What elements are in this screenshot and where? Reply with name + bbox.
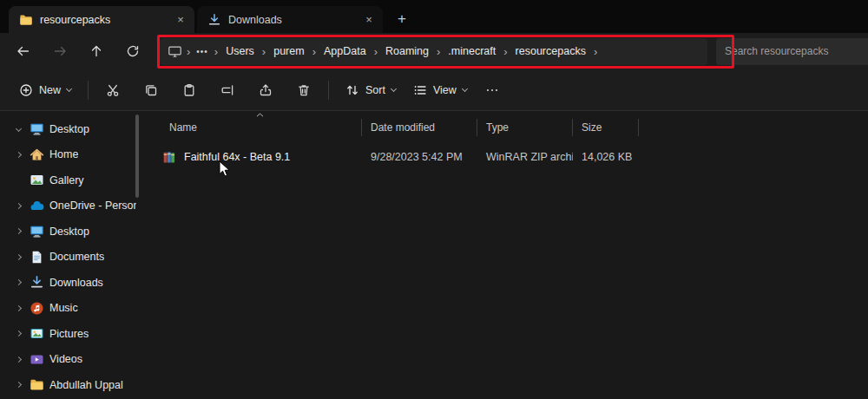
new-button-label: New	[39, 84, 61, 96]
delete-button[interactable]	[287, 75, 320, 105]
sidebar-item-music[interactable]: Music	[3, 296, 136, 322]
main-panel: NameDate modifiedTypeSize Faithful 64x -…	[141, 111, 868, 399]
monitor-icon	[30, 224, 44, 239]
file-explorer-window: { "tabs": [ { "label": "resourcepacks", …	[0, 0, 868, 399]
cloud-icon	[30, 199, 44, 213]
sidebar-item-abdullah-uppal[interactable]: Abdullah Uppal	[3, 372, 136, 398]
sort-button-label: Sort	[365, 84, 385, 96]
share-button[interactable]	[249, 75, 282, 105]
breadcrumb-item-minecraft[interactable]: .minecraft	[441, 43, 503, 60]
sidebar-item-pictures[interactable]: Pictures	[3, 321, 136, 347]
sidebar-item-label: Music	[49, 302, 78, 314]
view-icon	[413, 83, 427, 97]
up-button[interactable]	[78, 37, 115, 65]
cut-button[interactable]	[96, 75, 129, 105]
breadcrumb-item-resourcepacks[interactable]: resourcepacks	[509, 43, 593, 60]
search-input[interactable]	[716, 38, 868, 65]
chevron-right-icon[interactable]	[12, 306, 24, 311]
file-size: 14,026 KB	[573, 151, 639, 163]
back-button[interactable]	[5, 37, 42, 65]
refresh-button[interactable]	[115, 37, 151, 65]
sidebar-item-label: Videos	[49, 353, 82, 365]
computer-icon	[163, 44, 186, 59]
chevron-down-icon	[66, 85, 72, 91]
sidebar-item-onedrive-personal[interactable]: OneDrive - Personal	[3, 193, 136, 219]
sidebar-item-home[interactable]: Home	[3, 142, 136, 168]
file-name: Faithful 64x - Beta 9.1	[184, 151, 290, 163]
file-type: WinRAR ZIP archive	[477, 151, 573, 163]
zip-file-icon	[162, 150, 177, 165]
column-header-size[interactable]: Size	[573, 119, 639, 136]
sidebar-item-label: Pictures	[49, 328, 89, 340]
sidebar-item-videos[interactable]: Videos	[3, 347, 136, 373]
column-header-date-modified[interactable]: Date modified	[362, 119, 477, 136]
chevron-right-icon[interactable]	[12, 357, 24, 362]
folder-icon	[19, 13, 33, 27]
file-row[interactable]: Faithful 64x - Beta 9.19/28/2023 5:42 PM…	[161, 144, 868, 170]
column-header-label: Name	[169, 121, 197, 134]
toolbar-icon-group	[96, 75, 320, 105]
breadcrumb: ›•••›Users›purem›AppData›Roaming›.minecr…	[160, 38, 707, 65]
chevron-right-icon[interactable]	[12, 153, 24, 157]
tab-downloads[interactable]: Downloads×	[197, 6, 383, 33]
close-tab-icon[interactable]: ×	[172, 11, 189, 29]
breadcrumb-item-users[interactable]: Users	[219, 43, 261, 60]
breadcrumb-overflow-button[interactable]: •••	[191, 44, 214, 59]
breadcrumb-separator-icon: ›	[593, 45, 598, 58]
tab-resourcepacks[interactable]: resourcepacks×	[9, 6, 194, 33]
column-header-type[interactable]: Type	[477, 119, 573, 136]
column-header-label: Date modified	[371, 121, 435, 134]
sidebar-item-downloads[interactable]: Downloads	[3, 270, 136, 296]
chevron-right-icon[interactable]	[12, 280, 24, 285]
nav-buttons	[0, 37, 160, 65]
chevron-right-icon[interactable]	[12, 383, 24, 387]
new-tab-button[interactable]: +	[391, 8, 413, 30]
sidebar-item-label: Desktop	[49, 226, 89, 238]
download-icon	[207, 13, 221, 27]
chevron-down-icon[interactable]	[12, 127, 24, 131]
new-button[interactable]: New	[10, 77, 80, 103]
folder-icon	[30, 377, 44, 392]
sidebar-item-label: Abdullah Uppal	[49, 379, 123, 391]
column-header-name[interactable]: Name	[161, 119, 362, 136]
breadcrumb-item-roaming[interactable]: Roaming	[378, 43, 436, 60]
sidebar-item-documents[interactable]: Documents	[3, 245, 136, 271]
sidebar-item-label: Home	[49, 148, 78, 160]
chevron-right-icon[interactable]	[12, 204, 24, 208]
chevron-right-icon[interactable]	[12, 229, 24, 233]
close-tab-icon[interactable]: ×	[360, 11, 378, 29]
document-icon	[30, 250, 44, 265]
sidebar-item-desktop[interactable]: Desktop	[3, 116, 136, 142]
view-button-label: View	[433, 84, 457, 96]
cut-icon	[106, 83, 120, 97]
plus-circle-icon	[19, 83, 33, 97]
file-name-cell: Faithful 64x - Beta 9.1	[161, 150, 362, 165]
sidebar-item-label: Desktop	[49, 123, 89, 135]
paste-button[interactable]	[173, 75, 206, 105]
tab-label: Downloads	[228, 14, 353, 26]
column-header-label: Type	[486, 121, 509, 134]
chevron-right-icon[interactable]	[12, 331, 24, 336]
copy-icon	[144, 83, 158, 97]
copy-button[interactable]	[135, 75, 168, 105]
sidebar-item-desktop[interactable]: Desktop	[3, 219, 136, 245]
sidebar-scrollbar[interactable]	[135, 114, 139, 198]
download-icon	[30, 275, 44, 290]
toolbar-divider	[88, 81, 89, 100]
view-button[interactable]: View	[404, 77, 476, 103]
breadcrumb-item-purem[interactable]: purem	[266, 43, 311, 60]
sort-button[interactable]: Sort	[337, 77, 404, 103]
breadcrumb-item-appdata[interactable]: AppData	[317, 43, 373, 60]
paste-icon	[182, 83, 196, 97]
delete-icon	[297, 83, 311, 97]
address-bar: ›•••›Users›purem›AppData›Roaming›.minecr…	[0, 33, 868, 69]
sidebar-item-gallery[interactable]: Gallery	[3, 167, 136, 193]
chevron-right-icon[interactable]	[12, 255, 24, 259]
chevron-down-icon	[462, 85, 468, 91]
share-icon	[259, 83, 273, 97]
sidebar: DesktopHomeGalleryOneDrive - PersonalDes…	[0, 111, 141, 399]
more-options-button[interactable]	[476, 75, 509, 105]
sidebar-list: DesktopHomeGalleryOneDrive - PersonalDes…	[0, 116, 141, 398]
rename-button[interactable]	[211, 75, 244, 105]
music-icon	[30, 301, 44, 316]
